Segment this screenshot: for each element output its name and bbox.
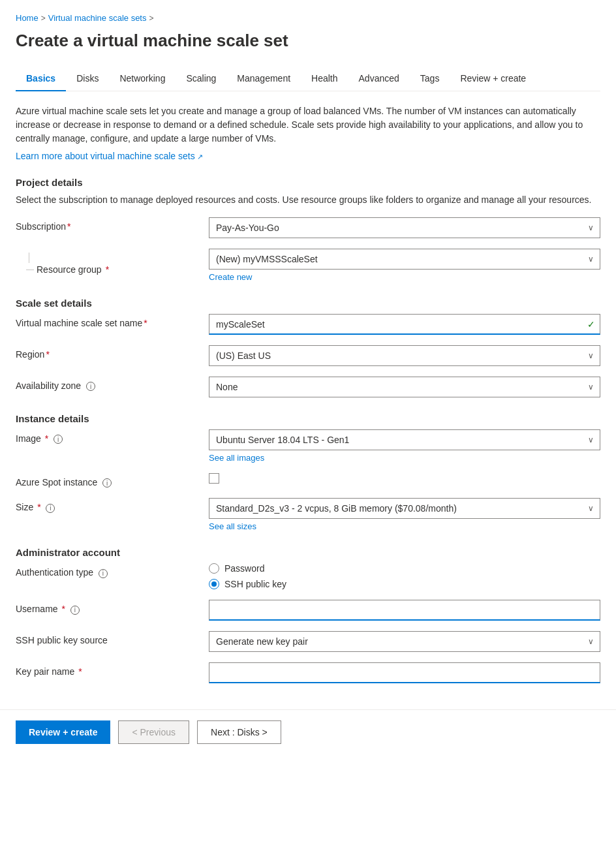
auth-ssh-option[interactable]: SSH public key [209,579,600,589]
auth-password-option[interactable]: Password [209,563,600,574]
key-pair-name-input[interactable] [209,662,600,683]
availability-zone-label: Availability zone i [16,377,198,391]
auth-ssh-label: SSH public key [224,579,286,589]
auth-type-row: Authentication type i Password SSH publi… [16,563,600,589]
region-control: (US) East US [209,345,600,366]
region-label: Region* [16,345,198,360]
subscription-select[interactable]: Pay-As-You-Go [209,217,600,238]
project-details-title: Project details [16,177,600,188]
subscription-control: Pay-As-You-Go [209,217,600,238]
image-select[interactable]: Ubuntu Server 18.04 LTS - Gen1 [209,429,600,450]
auth-password-label: Password [224,563,264,574]
subscription-label: Subscription* [16,217,198,232]
availability-zone-select[interactable]: None [209,377,600,397]
region-row: Region* (US) East US [16,345,600,366]
auth-type-info-icon[interactable]: i [99,569,108,578]
tab-scaling[interactable]: Scaling [176,67,226,91]
tab-tags[interactable]: Tags [410,67,450,91]
size-row: Size * i Standard_D2s_v3 - 2 vcpus, 8 Gi… [16,498,600,531]
azure-spot-info-icon[interactable]: i [102,478,112,487]
auth-type-control: Password SSH public key [209,563,600,589]
vmss-name-label: Virtual machine scale set name* [16,314,198,328]
ssh-source-control: Generate new key pair [209,631,600,652]
tab-management[interactable]: Management [226,67,301,91]
auth-password-radio[interactable] [209,563,219,574]
breadcrumb-vmss[interactable]: Virtual machine scale sets [48,13,147,23]
see-all-sizes-link[interactable]: See all sizes [209,521,256,531]
tab-review-create[interactable]: Review + create [450,67,536,91]
create-new-link[interactable]: Create new [209,272,252,282]
resource-group-row: Resource group * (New) myVMSSScaleSet Cr… [16,249,600,282]
username-info-icon[interactable]: i [70,606,80,615]
username-label: Username * i [16,600,198,614]
size-control: Standard_D2s_v3 - 2 vcpus, 8 GiB memory … [209,498,600,531]
username-input[interactable] [209,600,600,621]
availability-zone-control: None [209,377,600,397]
azure-spot-control [209,473,600,486]
page-title: Create a virtual machine scale set [16,31,600,51]
size-select[interactable]: Standard_D2s_v3 - 2 vcpus, 8 GiB memory … [209,498,600,519]
region-select[interactable]: (US) East US [209,345,600,366]
learn-more-link[interactable]: Learn more about virtual machine scale s… [16,151,203,161]
breadcrumb-sep2: > [149,14,153,23]
next-disks-button[interactable]: Next : Disks > [197,720,281,744]
azure-spot-checkbox[interactable] [209,473,219,484]
size-info-icon[interactable]: i [46,504,55,513]
ssh-source-label: SSH public key source [16,631,198,645]
tab-basics[interactable]: Basics [16,67,66,91]
project-details-description: Select the subscription to manage deploy… [16,193,600,207]
subscription-required: * [67,221,70,232]
review-create-button[interactable]: Review + create [16,720,110,744]
instance-details-title: Instance details [16,413,600,424]
username-row: Username * i [16,600,600,621]
resource-group-label-container: Resource group * [16,249,198,275]
resource-group-label: Resource group [37,264,102,275]
vmss-name-input-wrapper: ✓ [209,314,600,335]
key-pair-name-control [209,662,600,683]
image-row: Image * i Ubuntu Server 18.04 LTS - Gen1… [16,429,600,463]
auth-type-radio-group: Password SSH public key [209,563,600,589]
tab-health[interactable]: Health [301,67,348,91]
intro-description: Azure virtual machine scale sets let you… [16,104,600,146]
vmss-name-control: ✓ [209,314,600,335]
availability-zone-row: Availability zone i None [16,377,600,397]
ssh-source-select[interactable]: Generate new key pair [209,631,600,652]
availability-zone-info-icon[interactable]: i [86,382,95,391]
image-info-icon[interactable]: i [54,435,63,444]
azure-spot-row: Azure Spot instance i [16,473,600,487]
footer: Review + create < Previous Next : Disks … [0,709,616,754]
resource-group-control: (New) myVMSSScaleSet Create new [209,249,600,282]
vmss-name-check-icon: ✓ [587,319,595,330]
auth-ssh-radio[interactable] [209,579,219,589]
subscription-row: Subscription* Pay-As-You-Go [16,217,600,238]
subscription-select-wrapper: Pay-As-You-Go [209,217,600,238]
resource-group-select[interactable]: (New) myVMSSScaleSet [209,249,600,270]
username-control [209,600,600,621]
image-label: Image * i [16,429,198,444]
breadcrumb: Home > Virtual machine scale sets > [16,13,600,23]
image-control: Ubuntu Server 18.04 LTS - Gen1 See all i… [209,429,600,463]
tab-advanced[interactable]: Advanced [348,67,410,91]
key-pair-name-label: Key pair name * [16,662,198,677]
see-all-images-link[interactable]: See all images [209,453,264,463]
vmss-name-input[interactable] [209,314,600,335]
availability-zone-select-wrapper: None [209,377,600,397]
tabs-bar: Basics Disks Networking Scaling Manageme… [16,67,600,91]
ssh-source-row: SSH public key source Generate new key p… [16,631,600,652]
admin-account-title: Administrator account [16,547,600,558]
tab-networking[interactable]: Networking [109,67,176,91]
region-select-wrapper: (US) East US [209,345,600,366]
scale-set-details-title: Scale set details [16,298,600,309]
previous-button[interactable]: < Previous [118,720,189,744]
breadcrumb-home[interactable]: Home [16,13,38,23]
resource-group-select-wrapper: (New) myVMSSScaleSet [209,249,600,270]
vmss-name-row: Virtual machine scale set name* ✓ [16,314,600,335]
azure-spot-label: Azure Spot instance i [16,473,198,487]
ssh-source-select-wrapper: Generate new key pair [209,631,600,652]
size-label: Size * i [16,498,198,512]
image-select-wrapper: Ubuntu Server 18.04 LTS - Gen1 [209,429,600,450]
tab-disks[interactable]: Disks [66,67,109,91]
breadcrumb-sep1: > [41,14,46,23]
auth-type-label: Authentication type i [16,563,198,578]
key-pair-name-row: Key pair name * [16,662,600,683]
